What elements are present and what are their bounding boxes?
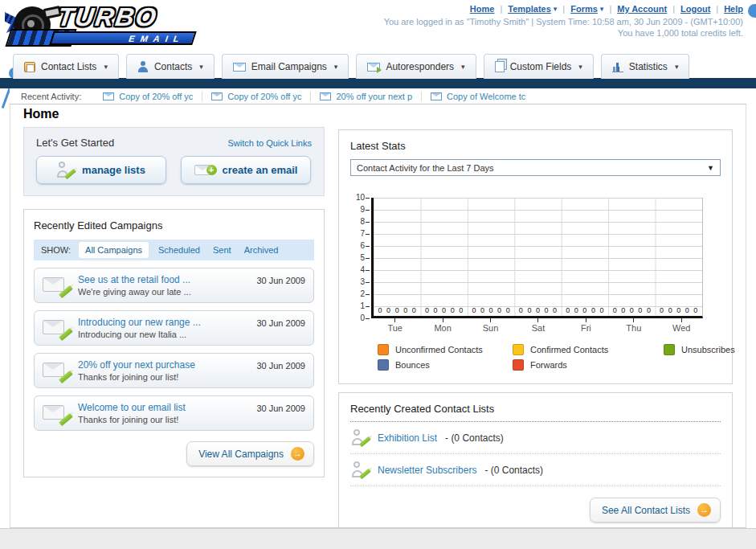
y-axis-tick-label: 0 bbox=[360, 314, 365, 322]
recent-activity-item[interactable]: 20% off your next p bbox=[310, 92, 421, 101]
series-value-label: 0 bbox=[685, 306, 689, 314]
series-value-label: 0 bbox=[434, 306, 438, 314]
campaigns-tab-all-campaigns[interactable]: All Campaigns bbox=[79, 242, 149, 258]
bar-chart-icon bbox=[612, 62, 623, 72]
x-axis-tick bbox=[537, 318, 538, 322]
chart-day-group: 00000 bbox=[514, 306, 561, 314]
tab-email-campaigns[interactable]: Email Campaigns ▾ bbox=[222, 54, 349, 79]
series-value-label: 0 bbox=[451, 306, 455, 314]
series-value-label: 0 bbox=[472, 306, 476, 314]
tab-statistics[interactable]: Statistics ▾ bbox=[601, 54, 690, 79]
page-footer bbox=[0, 528, 756, 549]
recent-activity-item[interactable]: Copy of 20% off yc bbox=[94, 92, 202, 101]
series-value-label: 0 bbox=[480, 306, 484, 314]
logo-email-bar: EMAIL bbox=[49, 31, 197, 45]
x-axis-tick-label: Tue bbox=[371, 323, 419, 333]
y-axis-tick bbox=[366, 282, 370, 283]
chevron-down-icon: ▾ bbox=[334, 63, 338, 71]
x-axis-tick bbox=[681, 318, 682, 322]
contact-activity-chart: 109876543210 000000000000000000000000000… bbox=[350, 198, 721, 318]
campaign-text: See us at the retail food ...We're givin… bbox=[78, 274, 256, 297]
top-nav-link-home[interactable]: Home bbox=[470, 4, 495, 14]
campaigns-tab-scheduled[interactable]: Scheduled bbox=[158, 245, 200, 255]
tab-contacts[interactable]: Contacts ▾ bbox=[126, 54, 215, 79]
series-value-label: 0 bbox=[386, 306, 390, 314]
tab-autoresponders[interactable]: Autoresponders ▾ bbox=[356, 54, 476, 79]
campaign-card[interactable]: See us at the retail food ...We're givin… bbox=[34, 268, 314, 303]
contact-list-name-link[interactable]: Exhibition List bbox=[378, 432, 437, 444]
y-axis-tick bbox=[366, 318, 370, 319]
chart-day-group: 00000 bbox=[656, 306, 702, 314]
manage-lists-button[interactable]: manage lists bbox=[36, 156, 166, 184]
pages-icon bbox=[495, 61, 505, 72]
view-all-campaigns-button[interactable]: View All Campaigns → bbox=[186, 441, 314, 466]
chart-plot-area: 00000000000000000000000000000000000 bbox=[371, 198, 703, 318]
activity-link-label: Copy of 20% off yc bbox=[227, 92, 301, 101]
person-edit-icon bbox=[352, 461, 370, 479]
y-axis-tick bbox=[366, 258, 370, 259]
top-nav-link-forms[interactable]: Forms bbox=[570, 4, 598, 14]
y-axis-tick bbox=[366, 294, 370, 295]
top-nav-link-my-account[interactable]: My Account bbox=[617, 4, 667, 14]
x-axis-tick bbox=[443, 318, 443, 322]
envelope-plus-icon: + bbox=[194, 164, 215, 176]
recent-activity-item[interactable]: Copy of Welcome tc bbox=[421, 92, 534, 101]
series-value-label: 0 bbox=[412, 306, 416, 314]
tab-contact-lists[interactable]: Contact Lists ▾ bbox=[13, 54, 119, 79]
y-axis-tick-label: 9 bbox=[360, 206, 365, 214]
y-axis-tick bbox=[366, 222, 370, 223]
blue-dot-decoration bbox=[748, 4, 756, 18]
campaign-card[interactable]: 20% off your next purchaseThanks for joi… bbox=[34, 353, 314, 388]
recent-activity-item[interactable]: Copy of 20% off yc bbox=[202, 92, 310, 101]
x-axis-category: Sat bbox=[514, 318, 562, 333]
campaigns-tab-sent[interactable]: Sent bbox=[213, 245, 231, 255]
recent-activity-items: Copy of 20% off ycCopy of 20% off yc20% … bbox=[94, 88, 534, 104]
recent-activity-label: Recent Activity: bbox=[21, 92, 81, 101]
tab-custom-fields[interactable]: Custom Fields ▾ bbox=[484, 54, 594, 79]
contact-list-item[interactable]: Exhibition List- (0 Contacts) bbox=[350, 422, 721, 454]
campaign-title-link[interactable]: See us at the retail food ... bbox=[78, 274, 256, 285]
top-nav-link-logout[interactable]: Logout bbox=[680, 4, 710, 14]
top-nav-item: Forms▾| bbox=[570, 4, 617, 14]
stats-dropdown[interactable]: Contact Activity for the Last 7 Days ▼ bbox=[350, 159, 721, 176]
y-axis-tick-label: 8 bbox=[360, 218, 365, 226]
y-axis-tick-label: 5 bbox=[360, 254, 365, 262]
credits-info: You have 1,000 total credits left. bbox=[384, 28, 743, 38]
button-label: View All Campaigns bbox=[198, 449, 284, 460]
chart-day-group: 00000 bbox=[608, 306, 655, 314]
series-value-label: 0 bbox=[668, 306, 672, 314]
create-email-button[interactable]: + create an email bbox=[181, 156, 311, 184]
see-all-contact-lists-button[interactable]: See All Contact Lists → bbox=[590, 498, 721, 522]
latest-stats-panel: Latest Stats Contact Activity for the La… bbox=[338, 129, 733, 384]
arrow-icon: → bbox=[697, 503, 711, 517]
contact-list-name-link[interactable]: Newsletter Subscribers bbox=[378, 465, 476, 476]
nav-separator: | bbox=[500, 4, 502, 14]
campaign-title-link[interactable]: Introducing our new range ... bbox=[78, 317, 256, 328]
recently-edited-campaigns-panel: Recently Edited Campaigns SHOW: All Camp… bbox=[23, 209, 325, 477]
legend-item: Unconfirmed Contacts bbox=[378, 344, 513, 355]
x-axis-tick bbox=[633, 318, 634, 322]
x-axis-category: Thu bbox=[610, 318, 657, 333]
login-info: You are logged in as "Timothy Smith" | S… bbox=[384, 17, 743, 27]
x-axis-category: Fri bbox=[562, 318, 610, 333]
series-value-label: 0 bbox=[425, 306, 429, 314]
get-started-panel: Let's Get Started Switch to Quick Links … bbox=[23, 127, 325, 196]
campaign-title-link[interactable]: 20% off your next purchase bbox=[78, 359, 256, 371]
switch-quick-links-link[interactable]: Switch to Quick Links bbox=[227, 138, 312, 148]
content-area: Home Let's Get Started Switch to Quick L… bbox=[10, 104, 746, 528]
show-label: SHOW: bbox=[41, 245, 71, 255]
top-nav-link-help[interactable]: Help bbox=[724, 4, 743, 14]
contact-list-item[interactable]: Newsletter Subscribers- (0 Contacts) bbox=[350, 454, 721, 486]
logo-text-email: EMAIL bbox=[128, 34, 186, 43]
campaign-card[interactable]: Introducing our new range ...Introducing… bbox=[34, 310, 314, 346]
series-value-label: 0 bbox=[378, 306, 382, 314]
person-icon bbox=[137, 61, 149, 72]
campaign-card[interactable]: Welcome to our email listThanks for join… bbox=[34, 395, 314, 431]
campaigns-tab-archived[interactable]: Archived bbox=[244, 245, 279, 255]
campaign-title-link[interactable]: Welcome to our email list bbox=[78, 402, 256, 413]
person-edit-icon bbox=[57, 162, 75, 179]
series-value-label: 0 bbox=[660, 306, 664, 314]
top-nav-link-templates[interactable]: Templates bbox=[508, 4, 551, 14]
x-axis-tick bbox=[394, 318, 395, 322]
x-axis-tick-label: Sat bbox=[514, 323, 562, 333]
